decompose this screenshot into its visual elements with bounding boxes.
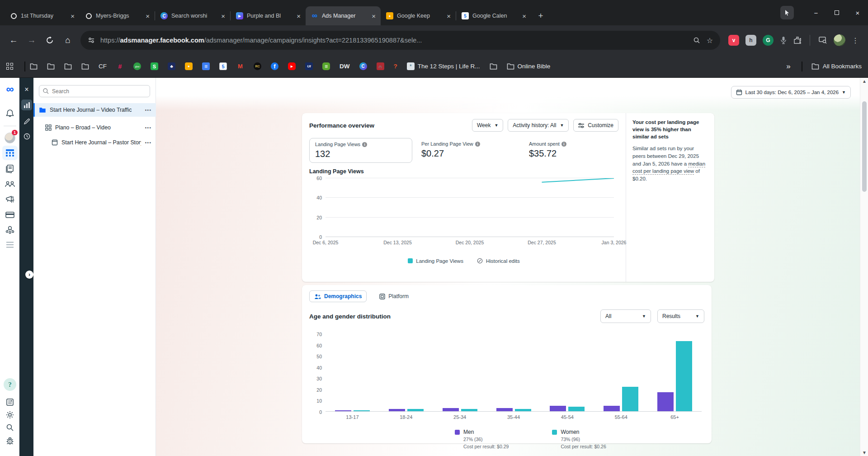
gender-filter-dropdown[interactable]: All▼ [600,309,651,323]
tab-google-calendar[interactable]: 5 Google Calen × [456,6,531,25]
men-bar[interactable] [604,406,620,411]
extensions-puzzle-icon[interactable] [793,36,802,44]
site-settings-icon[interactable] [88,37,95,44]
pinned-cursor-icon[interactable] [780,6,794,19]
bookmark-tree-church[interactable]: ♣ [168,62,175,70]
tab-close-icon[interactable]: × [370,12,377,20]
home-icon[interactable]: ⌂ [59,31,77,49]
zoom-icon[interactable] [693,37,700,44]
tab-close-icon[interactable]: × [144,12,151,20]
sidebar-item-audiences[interactable] [4,178,16,190]
bookmark-rc[interactable]: RC [254,62,261,70]
chart-view-icon[interactable] [21,100,32,110]
men-bar[interactable] [657,392,674,411]
info-icon[interactable]: i [475,142,480,147]
row-menu-icon[interactable]: ••• [145,107,156,113]
history-clock-icon[interactable] [21,131,32,142]
women-bar[interactable] [407,409,424,411]
bookmark-twelve-steps[interactable]: *The 12 Steps | Life R... [407,62,480,70]
bookmark-podcast[interactable]: ∩ [377,62,384,70]
historical-edits-legend[interactable]: Historical edits [477,258,520,264]
tab-close-icon[interactable]: × [521,12,528,20]
tab-search-worship[interactable]: C Search worshi × [155,6,230,25]
meta-logo[interactable]: ∞ [4,83,16,95]
sidebar-item-ads-manager[interactable] [4,147,16,159]
mic-icon[interactable] [780,36,787,44]
bookmark-google-calendar[interactable]: 5 [219,62,227,70]
window-close-button[interactable]: × [847,0,868,25]
browser-menu-icon[interactable]: ⋮ [852,36,859,45]
row-menu-icon[interactable]: ••• [145,125,156,130]
bookmark-youtube[interactable]: ▶ [288,62,296,70]
bookmark-folder-4[interactable] [81,63,89,70]
bar-group-55-64[interactable] [594,334,648,411]
tab-demographics[interactable]: Demographics [309,290,367,302]
men-bar[interactable] [335,410,351,411]
profile-avatar[interactable] [834,34,845,46]
expand-panel-icon[interactable]: › [25,271,33,279]
bookmark-folder-online-bible[interactable]: Online Bible [507,63,551,70]
bookmark-canva[interactable]: C [359,62,367,70]
sidebar-item-ads-reporting[interactable] [4,194,16,205]
bookmark-folder-1[interactable] [30,63,38,70]
bar-group-25-34[interactable] [433,334,487,411]
bookmark-google-docs[interactable]: ≡ [202,62,210,70]
women-bar[interactable] [568,407,585,411]
info-icon[interactable]: i [362,142,367,147]
bar-group-35-44[interactable] [487,334,541,411]
customize-button[interactable]: Customize [573,119,618,132]
bookmark-cf[interactable]: CF [99,63,107,70]
updates-icon[interactable] [4,396,16,408]
tab-platform[interactable]: Platform [375,291,413,302]
bookmark-folder-3[interactable] [64,63,72,70]
bookmark-slack[interactable]: # [116,62,124,70]
men-bar[interactable] [443,408,459,411]
tab-1st-thursday[interactable]: 1st Thursday × [5,6,80,25]
women-bar[interactable] [622,387,638,411]
bookmark-gloo[interactable]: gloo [133,62,141,70]
new-tab-button[interactable]: + [534,9,547,23]
window-minimize-button[interactable]: − [806,0,826,25]
h-extension-icon[interactable]: h [745,35,756,46]
campaign-search-input[interactable] [39,85,150,97]
tab-close-icon[interactable]: × [295,12,302,20]
grammarly-icon[interactable]: G [763,35,774,46]
bookmark-dw[interactable]: DW [340,63,350,70]
apps-grid-icon[interactable] [6,63,14,70]
bookmark-google-keep[interactable]: ● [185,62,193,70]
search-icon[interactable] [4,422,16,433]
bookmark-star-icon[interactable]: ☆ [707,36,713,45]
close-panel-icon[interactable]: × [21,84,32,95]
metric-filter-dropdown[interactable]: Results▼ [657,309,704,323]
tab-close-icon[interactable]: × [69,12,76,20]
help-icon[interactable]: ? [4,378,16,391]
device-search-icon[interactable] [818,36,827,44]
vertical-scrollbar[interactable]: ▲ ▼ [860,78,868,456]
forward-icon[interactable]: → [23,31,41,49]
tab-myers-briggs[interactable]: Myers-Briggs × [80,6,155,25]
url-text[interactable]: https://adsmanager.facebook.com/adsmanag… [100,37,687,44]
all-bookmarks-button[interactable]: All Bookmarks [811,63,862,70]
women-bar[interactable] [676,341,692,411]
pocket-icon[interactable]: v [728,35,739,46]
sidebar-item-business-tools[interactable] [4,223,16,235]
bookmark-gmail[interactable]: M [236,62,244,70]
bookmark-question[interactable]: ? [394,63,397,70]
bar-group-18-24[interactable] [379,334,433,411]
men-bar[interactable] [496,408,513,411]
bookmarks-overflow-icon[interactable]: » [786,62,790,71]
tab-google-keep[interactable]: ● Google Keep × [381,6,456,25]
bar-group-65+[interactable] [648,334,702,411]
scroll-down-icon[interactable]: ▼ [860,450,868,455]
tab-close-icon[interactable]: × [445,12,452,20]
women-bar[interactable] [354,410,370,411]
sidebar-item-reports[interactable] [4,163,16,175]
metric-landing-page-views[interactable]: Landing Page Viewsi 132 [309,138,412,163]
men-bar[interactable] [550,406,566,411]
date-range-button[interactable]: Last 30 days: Dec 6, 2025 – Jan 4, 2026 … [731,86,851,99]
bookmark-green-list[interactable]: ≡ [322,62,330,70]
settings-gear-icon[interactable] [4,409,16,421]
window-maximize-button[interactable] [826,0,847,25]
men-bar[interactable] [389,409,405,411]
tab-purple-and-blue[interactable]: ▶ Purple and Bl × [231,6,306,25]
